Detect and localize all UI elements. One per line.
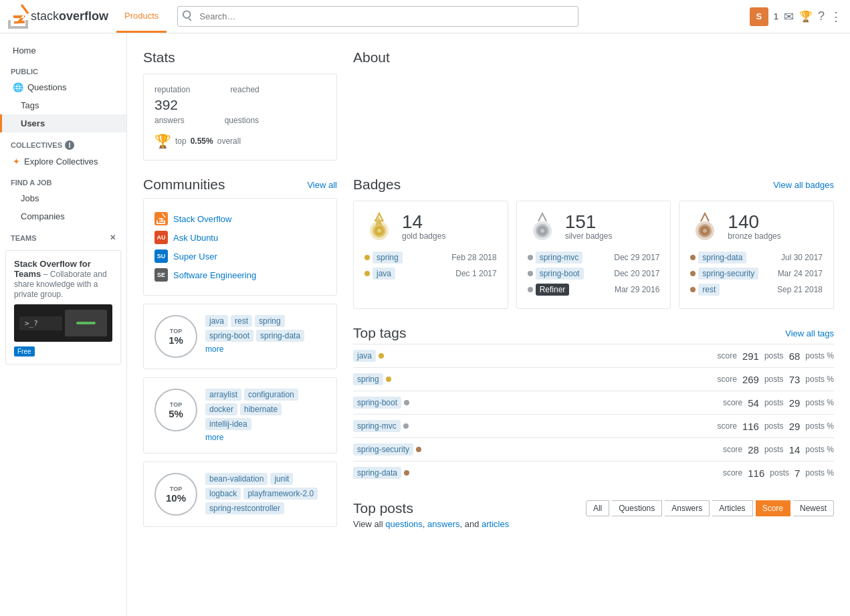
reached-label: reached: [230, 85, 259, 94]
tag-spring-chip[interactable]: spring: [353, 373, 383, 385]
tag-spring-data-1[interactable]: spring-data: [256, 330, 304, 342]
posts-view-all: View all questions, answers, and article…: [353, 519, 834, 529]
trophy-text: top: [175, 136, 187, 146]
sidebar-item-jobs[interactable]: Jobs: [0, 189, 126, 207]
teams-ad-visual: >_?: [14, 304, 112, 342]
tag-arraylist[interactable]: arraylist: [205, 389, 241, 401]
info-icon[interactable]: i: [65, 140, 74, 150]
sidebar-item-questions[interactable]: 🌐Questions: [0, 78, 126, 96]
sidebar-section-collectives: COLLECTIVES i: [0, 132, 126, 152]
tag-hibernate[interactable]: hibernate: [240, 403, 282, 415]
su-icon: SU: [154, 249, 168, 263]
filter-all[interactable]: All: [586, 500, 609, 516]
tag-spring-boot-1[interactable]: spring-boot: [205, 330, 253, 342]
trophy-icon[interactable]: 🏆: [799, 10, 813, 23]
tag-logback[interactable]: logback: [205, 488, 241, 500]
tag-spring-security-chip[interactable]: spring-security: [353, 443, 413, 455]
more-link-1[interactable]: more: [205, 344, 326, 354]
collectives-icon: ✦: [13, 157, 20, 167]
trophy-icon-stats: 🏆: [154, 133, 171, 149]
gold-tag-1[interactable]: spring: [373, 251, 403, 264]
sidebar-item-home[interactable]: Home: [0, 41, 126, 60]
top-posts-section: Top posts All Questions Answers Articles…: [353, 500, 834, 529]
tag-spring-boot-chip[interactable]: spring-boot: [353, 397, 401, 409]
logo[interactable]: stackoverflow: [8, 4, 108, 29]
stats-box: reputation reached 392 answers questions…: [143, 74, 337, 161]
more-icon[interactable]: ⋮: [830, 9, 842, 24]
filter-questions[interactable]: Questions: [612, 500, 662, 516]
tag-java-1[interactable]: java: [205, 315, 228, 327]
logo-text: stackoverflow: [31, 9, 108, 23]
filter-score[interactable]: Score: [756, 500, 790, 516]
search-input[interactable]: [177, 6, 578, 27]
bronze-tag-1[interactable]: spring-data: [698, 251, 746, 264]
tag-spring-restcontroller[interactable]: spring-restcontroller: [205, 502, 284, 514]
tag-row-spring-security: spring-security score 28 posts 14 posts …: [353, 437, 834, 461]
answers-link[interactable]: answers: [427, 519, 459, 529]
community-software-engineering[interactable]: SE Software Engineering: [154, 266, 326, 284]
tag-playframework[interactable]: playframework-2.0: [243, 488, 318, 500]
close-icon[interactable]: ✕: [110, 233, 116, 242]
silver-medal-icon: [528, 212, 557, 241]
silver-tag-1[interactable]: spring-mvc: [536, 251, 583, 264]
articles-link[interactable]: articles: [482, 519, 509, 529]
user-avatar[interactable]: S: [750, 7, 768, 26]
badges-view-all[interactable]: View all badges: [773, 180, 834, 190]
help-icon[interactable]: ?: [818, 9, 825, 23]
gold-tag-2[interactable]: java: [373, 268, 395, 280]
filter-answers[interactable]: Answers: [665, 500, 710, 516]
tag-bean-validation[interactable]: bean-validation: [205, 473, 268, 485]
tag-junit[interactable]: junit: [270, 473, 293, 485]
gold-date-2: Dec 1 2017: [455, 269, 496, 278]
questions-link[interactable]: questions: [385, 519, 423, 529]
tag-spring-1[interactable]: spring: [255, 315, 285, 327]
inbox-icon[interactable]: ✉: [784, 9, 794, 24]
community-askubuntu[interactable]: AU Ask Ubuntu: [154, 228, 326, 247]
sidebar-section-find-job: FIND A JOB: [0, 171, 126, 189]
stats-section: Stats reputation reached 392 answers que…: [143, 49, 337, 161]
user-rep: 1: [774, 11, 778, 21]
tag-spring-mvc-chip[interactable]: spring-mvc: [353, 420, 401, 432]
filter-newest[interactable]: Newest: [793, 500, 834, 516]
posts-filter-group: All Questions Answers Articles Score New…: [586, 500, 834, 516]
ranking-1pct: TOP 1% java rest spring spring-boot spri…: [143, 304, 337, 369]
silver-tag-3[interactable]: Refiner: [536, 284, 570, 296]
more-link-2[interactable]: more: [205, 433, 326, 442]
sidebar-item-companies[interactable]: Companies: [0, 207, 126, 225]
tag-rest-1[interactable]: rest: [231, 315, 252, 327]
silver-label: silver badges: [565, 231, 613, 241]
communities-view-all[interactable]: View all: [307, 180, 337, 190]
sidebar-item-users[interactable]: Users: [0, 114, 126, 132]
top-tags-view-all[interactable]: View all tags: [785, 328, 834, 338]
silver-tag-2[interactable]: spring-boot: [536, 268, 584, 280]
nav-products[interactable]: Products: [116, 0, 167, 33]
sidebar-item-explore-collectives[interactable]: ✦Explore Collectives: [0, 152, 126, 171]
tag-spring-data-chip[interactable]: spring-data: [353, 467, 401, 479]
filter-articles[interactable]: Articles: [712, 500, 752, 516]
tag-docker[interactable]: docker: [205, 403, 237, 415]
bronze-tag-3[interactable]: rest: [698, 284, 720, 296]
community-superuser[interactable]: SU Super User: [154, 247, 326, 266]
tag-row-spring: spring score 269 posts 73 posts %: [353, 367, 834, 391]
right-col: Badges View all badges: [353, 177, 834, 535]
teams-ad-title: Stack Overflow for Teams – Collaborate a…: [14, 259, 112, 299]
silver-badge-card: 151 silver badges spring-mvc Dec 29 2017: [516, 201, 671, 309]
top-tags-title: Top tags: [353, 325, 406, 341]
tag-intellij-idea[interactable]: intellij-idea: [205, 418, 251, 430]
tag-configuration[interactable]: configuration: [244, 389, 298, 401]
bronze-tag-2[interactable]: spring-security: [698, 268, 758, 280]
sidebar-item-tags[interactable]: Tags: [0, 96, 126, 114]
tag-java-chip[interactable]: java: [353, 350, 376, 362]
tag-row-spring-mvc: spring-mvc score 116 posts 29 posts %: [353, 414, 834, 437]
community-stackoverflow[interactable]: Stack Overflow: [154, 209, 326, 228]
trophy-value: 0.55%: [191, 136, 213, 146]
bronze-medal-icon: [690, 212, 720, 241]
silver-date-2: Dec 20 2017: [614, 269, 659, 278]
answers-label: answers: [154, 116, 185, 125]
bronze-date-1: Jul 30 2017: [781, 253, 823, 262]
header-right: S 1 ✉ 🏆 ? ⋮: [750, 7, 842, 26]
so-icon: [154, 212, 168, 225]
trophy-overall: overall: [217, 136, 241, 146]
gold-count: 14: [402, 213, 445, 231]
stats-title: Stats: [143, 49, 337, 66]
